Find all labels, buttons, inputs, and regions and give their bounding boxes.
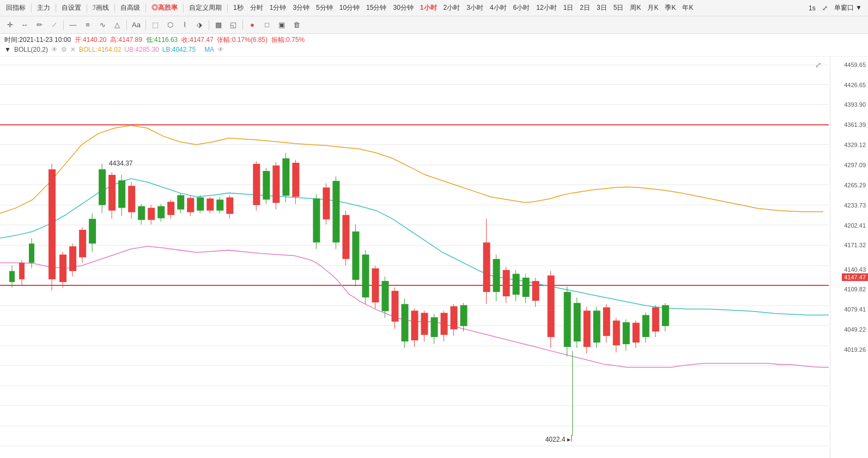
toolbar-12h[interactable]: 12小时 [533,2,559,14]
price-4297: 4297.09 [844,162,866,168]
toolbar-advanced[interactable]: 自高级 [118,2,143,14]
toolbar-3d[interactable]: 3日 [594,2,610,14]
draw-shape1[interactable]: ⬚ [149,19,162,32]
draw-fib[interactable]: ⌇ [178,19,191,32]
toolbar-5d[interactable]: 5日 [611,2,627,14]
svg-rect-79 [323,187,330,219]
svg-rect-65 [226,197,233,213]
toolbar-10m[interactable]: 10分钟 [337,2,362,14]
toolbar-2h[interactable]: 2小时 [441,2,463,14]
price-4019: 4019.26 [844,346,866,353]
toolbar-3h[interactable]: 3小时 [464,2,486,14]
draw-color1[interactable]: ● [246,19,259,32]
draw-delete[interactable]: 🗑 [290,19,303,32]
toolbar-tick[interactable]: 分时 [247,2,266,14]
ma-label: MA [204,45,214,54]
boll-settings-btn[interactable]: ⚙ [61,45,67,54]
draw-arrow[interactable]: ↔ [18,19,31,32]
toolbar-4h[interactable]: 4小时 [487,2,509,14]
boll-collapse-arrow[interactable]: ▼ [4,45,11,54]
toolbar-6h[interactable]: 6小时 [511,2,533,14]
svg-rect-97 [411,310,418,340]
price-4049: 4049.22 [844,326,866,333]
chart-container[interactable]: 4434.37 4022.4 ▸ ⤢ 4459.65 4426.65 4393.… [0,57,868,458]
draw-rect2[interactable]: ▣ [275,19,288,32]
draw-wave[interactable]: ∿ [96,19,109,32]
draw-triangle[interactable]: △ [111,19,124,32]
boll-mid-value: BOLL:4164.02 [79,45,121,54]
toolbar-draw[interactable]: ℐ画线 [90,2,112,14]
draw-pen[interactable]: ✏ [33,19,46,32]
svg-rect-95 [401,304,408,341]
svg-text:4022.4 ▸: 4022.4 ▸ [545,436,570,443]
draw-eraser[interactable]: ◱ [227,19,240,32]
toolbar-15m[interactable]: 15分钟 [363,2,389,14]
svg-rect-137 [633,323,640,343]
amplitude-label: 振幅:0.75% [271,36,305,44]
toolbar-weekly[interactable]: 周K [627,2,644,14]
draw-measure[interactable]: ⬗ [193,19,206,32]
toolbar-1s[interactable]: 1秒 [230,2,246,14]
time-info-row: 时间:2021-11-23 10:00 开:4140.20 高:4147.89 … [4,35,864,45]
svg-rect-37 [89,219,96,243]
svg-rect-35 [79,230,86,257]
price-4459: 4459.65 [844,62,866,68]
svg-text:4434.37: 4434.37 [109,160,133,167]
price-4393: 4393.90 [844,101,866,108]
price-4361: 4361.39 [844,121,866,128]
toolbar-monthly[interactable]: 月K [645,2,661,14]
toolbar-window-mode[interactable]: 单窗口 ▼ [831,2,865,14]
svg-rect-29 [48,169,56,279]
draw-fill[interactable]: ▩ [212,19,225,32]
boll-close-btn[interactable]: ✕ [70,45,76,54]
price-4233: 4233.73 [844,202,866,209]
svg-rect-101 [431,317,438,337]
boll-ub-value: UB:4285.30 [124,45,159,54]
svg-rect-53 [167,202,174,215]
svg-rect-121 [548,276,555,337]
toolbar-fullscreen[interactable]: ⤢ [820,2,830,14]
toolbar-custom-period[interactable]: 自定义周期 [186,2,224,14]
toolbar-3m[interactable]: 3分钟 [290,2,312,14]
toolbar-1m[interactable]: 1分钟 [267,2,289,14]
boll-lb-value: LB:4042.75 [162,45,196,54]
svg-rect-71 [272,166,280,203]
draw-parallel[interactable]: ≡ [81,19,94,32]
draw-hline[interactable]: — [66,19,80,32]
toolbar-30m[interactable]: 30分钟 [390,2,416,14]
draw-rect[interactable]: □ [260,19,274,32]
toolbar-1h[interactable]: 1小时 [417,2,440,14]
draw-text[interactable]: Aa [130,19,143,32]
toolbar-2d[interactable]: 2日 [577,2,593,14]
draw-line[interactable]: ⟋ [47,19,60,32]
toolbar-settings[interactable]: 自设置 [59,2,84,14]
svg-rect-63 [216,199,223,210]
svg-rect-75 [292,163,299,197]
svg-rect-139 [642,315,650,337]
toolbar-indicators[interactable]: 回指标 [3,2,28,14]
time-label: 时间:2021-11-23 10:00 [4,36,71,44]
toolbar-quarterly[interactable]: 季K [662,2,678,14]
draw-cross[interactable]: ✛ [3,19,16,32]
close-label: 收:4147.47 [181,36,214,44]
svg-rect-103 [441,313,448,334]
boll-eye-btn[interactable]: 👁 [51,45,58,54]
toolbar-1s-right[interactable]: 1s [806,2,818,14]
open-label: 开:4140.20 [75,36,107,44]
svg-rect-93 [391,291,398,322]
svg-rect-89 [372,268,379,303]
toolbar-1d[interactable]: 1日 [561,2,576,14]
change-label: 张幅:0.17%(6.85) [217,36,268,44]
svg-rect-135 [623,322,630,344]
svg-rect-119 [532,281,539,301]
draw-shape2[interactable]: ⬡ [163,19,177,32]
toolbar-5m[interactable]: 5分钟 [313,2,336,14]
toolbar-winrate[interactable]: ◎高胜率 [149,2,180,14]
svg-rect-111 [493,259,500,292]
ma-eye-btn[interactable]: 👁 [217,45,224,54]
svg-rect-25 [19,263,25,279]
toolbar-yearly[interactable]: 年K [679,2,696,14]
toolbar-main[interactable]: 主力 [34,2,53,14]
svg-rect-99 [421,313,428,334]
svg-rect-33 [69,246,76,271]
